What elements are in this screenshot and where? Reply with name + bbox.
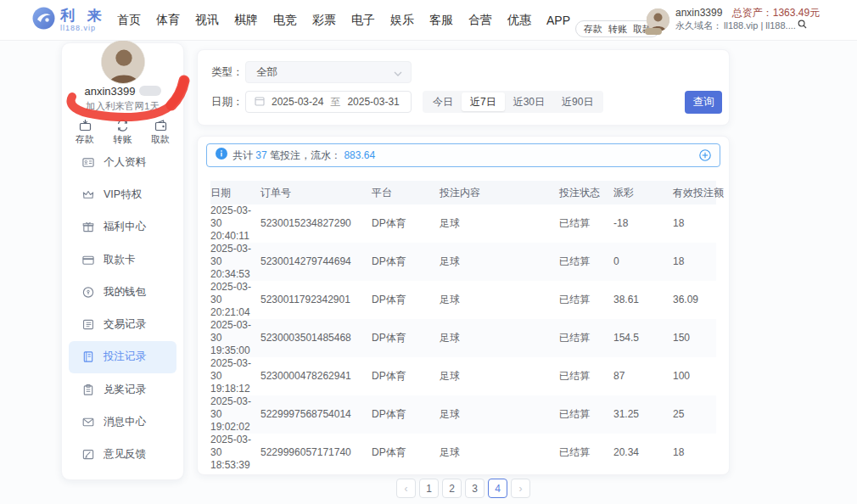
sidebar-item-6[interactable]: 交易记录 <box>69 308 176 340</box>
range-option-1[interactable]: 今日 <box>424 92 462 111</box>
cell-date-value: 2025-03-30 <box>210 281 260 306</box>
sidebar-item-1[interactable]: 个人资料 <box>69 146 176 178</box>
cell-status: 已结算 <box>559 434 613 472</box>
summary-count: 37 <box>255 149 266 161</box>
date-range-input[interactable]: 2025-03-24 至 2025-03-31 <box>245 91 412 113</box>
cell-payout: -18 <box>613 204 673 243</box>
cell-valid-amount: 25 <box>673 395 716 434</box>
cell-content: 足球 <box>440 243 559 281</box>
page-button-2[interactable]: 2 <box>442 479 462 498</box>
nav-item-1[interactable]: 首页 <box>117 13 141 28</box>
domain-label: 永久域名： <box>675 20 722 32</box>
logo-icon <box>32 7 55 33</box>
cell-content: 足球 <box>440 434 559 472</box>
cell-payout: 31.25 <box>613 395 673 434</box>
quick-action-label: 转账 <box>114 133 132 146</box>
nav-item-9[interactable]: 客服 <box>429 13 453 28</box>
nav-item-11[interactable]: 优惠 <box>507 13 531 28</box>
page-button-3[interactable]: 3 <box>465 479 485 498</box>
type-label: 类型： <box>211 65 245 80</box>
wallet-action-1[interactable]: 存款 <box>584 23 602 36</box>
summary-text: 共计 37 笔投注，流水： 883.64 <box>232 148 375 163</box>
calendar-icon <box>255 94 265 109</box>
sidebar-item-8[interactable]: 兑奖记录 <box>69 373 176 406</box>
nav-item-3[interactable]: 视讯 <box>195 13 219 28</box>
cell-status: 已结算 <box>559 204 613 243</box>
sidebar-item-label: 取款卡 <box>104 253 136 267</box>
search-icon[interactable] <box>798 20 807 32</box>
top-bar: 利 来 ll188.vip 首页体育视讯棋牌电竞彩票电子娱乐客服合营优惠APP … <box>0 0 857 41</box>
sidebar-item-10[interactable]: 意见反馈 <box>69 439 176 471</box>
sidebar-item-9[interactable]: 消息中心 <box>69 406 176 438</box>
page-button-1[interactable]: 1 <box>419 479 439 498</box>
sidebar-item-label: 消息中心 <box>104 415 146 429</box>
search-button[interactable]: 查询 <box>685 91 722 114</box>
type-dropdown-value: 全部 <box>256 65 394 80</box>
cell-order: 5229996057171740 <box>260 434 372 472</box>
range-option-3[interactable]: 近30日 <box>505 92 553 111</box>
summary-prefix: 共计 <box>232 149 253 161</box>
sidebar-item-3[interactable]: 福利中心 <box>69 211 176 244</box>
cell-time-value: 19:02:02 <box>210 421 260 434</box>
cell-date-value: 2025-03-30 <box>210 204 260 230</box>
sidebar-item-4[interactable]: 取款卡 <box>69 244 176 276</box>
nav-item-6[interactable]: 彩票 <box>312 13 336 28</box>
cell-date-value: 2025-03-30 <box>210 395 260 421</box>
assets-value: 1363.49元 <box>773 7 820 19</box>
nav-item-4[interactable]: 棋牌 <box>234 13 258 28</box>
nav-item-10[interactable]: 合营 <box>468 13 492 28</box>
quick-action-3[interactable]: 取款 <box>151 119 170 144</box>
cell-valid-amount: 36.09 <box>673 281 716 319</box>
cell-date: 2025-03-3018:53:39 <box>210 434 260 472</box>
column-header-7: 有效投注额 <box>673 181 716 204</box>
avatar[interactable] <box>101 40 145 84</box>
sidebar-item-5[interactable]: 我的钱包 <box>69 276 176 308</box>
sidebar-username-row: anxin3399 <box>62 84 183 98</box>
cell-time-value: 19:35:00 <box>210 344 260 357</box>
cell-content: 足球 <box>440 357 559 395</box>
cell-payout: 87 <box>613 357 673 395</box>
cell-time-value: 19:18:12 <box>210 383 260 395</box>
type-dropdown[interactable]: 全部 <box>245 61 412 83</box>
site-logo[interactable]: 利 来 ll188.vip <box>32 7 106 33</box>
quick-action-1[interactable]: 存款 <box>76 119 94 144</box>
range-option-2[interactable]: 近7日 <box>462 92 505 111</box>
cell-platform: DP体育 <box>372 395 440 434</box>
sidebar-item-label: 我的钱包 <box>104 285 146 300</box>
sidebar-item-7[interactable]: 投注记录 <box>69 341 176 373</box>
column-header-5: 投注状态 <box>559 181 613 204</box>
nav-item-5[interactable]: 电竞 <box>273 13 297 28</box>
date-from-value: 2025-03-24 <box>272 96 323 108</box>
nav-item-12[interactable]: APP <box>546 14 570 27</box>
chevron-down-icon <box>394 64 402 80</box>
nav-item-2[interactable]: 体育 <box>156 13 180 28</box>
nav-item-8[interactable]: 娱乐 <box>390 13 414 28</box>
page-button-4[interactable]: 4 <box>488 479 507 498</box>
next-page-button[interactable]: › <box>511 479 530 498</box>
table-row: 2025-03-3020:34:535230014279744694DP体育足球… <box>210 243 716 281</box>
cell-content: 足球 <box>440 281 559 319</box>
logo-domain: ll188.vip <box>60 24 106 32</box>
cell-payout: 38.61 <box>613 281 673 319</box>
prev-page-button[interactable]: ‹ <box>396 479 416 498</box>
cell-payout: 154.5 <box>613 319 673 357</box>
bet-records-panel: 共计 37 笔投注，流水： 883.64 日期订单号平台投注内容投注状态派彩有效… <box>197 136 730 475</box>
quick-range-group: 今日近7日近30日近90日 <box>423 91 603 113</box>
sidebar-item-2[interactable]: VIP特权 <box>69 178 176 210</box>
sidebar-item-label: 意见反馈 <box>104 447 146 462</box>
cell-date-value: 2025-03-30 <box>210 319 260 344</box>
quick-action-2[interactable]: 转账 <box>114 119 132 144</box>
circle-plus-icon[interactable] <box>699 149 711 161</box>
nav-item-7[interactable]: 电子 <box>351 13 375 28</box>
column-header-3: 平台 <box>372 181 440 204</box>
cell-valid-amount: 18 <box>673 434 716 472</box>
info-icon <box>216 148 227 163</box>
deposit-icon <box>78 119 92 132</box>
table-row: 2025-03-3020:40:115230015234827290DP体育足球… <box>210 204 716 243</box>
cell-order: 5230011792342901 <box>260 281 372 319</box>
column-header-1: 日期 <box>210 181 260 204</box>
id-card-icon <box>81 156 95 169</box>
range-option-4[interactable]: 近90日 <box>553 92 602 111</box>
wallet-action-2[interactable]: 转账 <box>608 23 627 36</box>
cell-order: 5230000478262941 <box>260 357 372 395</box>
